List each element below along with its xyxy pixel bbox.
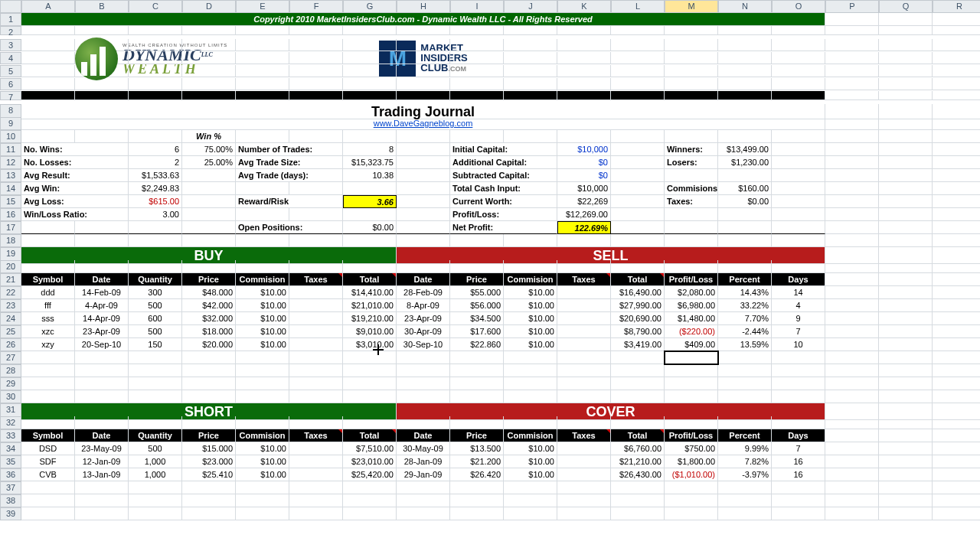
cell[interactable] (236, 130, 289, 143)
column-header[interactable]: I (450, 0, 504, 13)
cell[interactable] (557, 312, 611, 325)
cell[interactable] (933, 78, 980, 90)
cell[interactable]: $26.420 (450, 468, 504, 481)
cell[interactable] (933, 260, 980, 273)
cell[interactable]: 600 (129, 312, 182, 325)
row-header[interactable]: 17 (0, 221, 21, 234)
cell[interactable] (772, 195, 825, 208)
cell[interactable]: $27,990.00 (611, 299, 665, 312)
cell[interactable]: $1,480.00 (665, 312, 718, 325)
cell[interactable]: $1,230.00 (718, 156, 772, 169)
cell[interactable] (289, 299, 343, 312)
cell[interactable]: 23-May-09 (75, 442, 129, 455)
cell[interactable] (665, 91, 718, 100)
cell[interactable] (343, 260, 397, 273)
cell[interactable] (557, 26, 611, 35)
cell[interactable] (718, 208, 772, 221)
row-header[interactable]: 6 (0, 78, 21, 90)
cell[interactable] (611, 195, 665, 208)
cell[interactable] (718, 351, 772, 364)
cell[interactable] (129, 377, 182, 390)
cell[interactable] (879, 442, 933, 455)
cell[interactable] (933, 39, 980, 51)
cell[interactable] (665, 260, 718, 273)
cell[interactable]: Avg Trade (days): (236, 169, 343, 182)
row-header[interactable]: 7 (0, 91, 21, 100)
cell[interactable]: $3,419.00 (611, 338, 665, 351)
cell[interactable]: $0 (557, 156, 611, 169)
cell[interactable] (21, 351, 75, 364)
cell[interactable] (129, 494, 182, 507)
cell[interactable] (933, 169, 980, 182)
cell[interactable] (933, 182, 980, 195)
cell[interactable] (129, 39, 182, 51)
cell[interactable] (611, 78, 665, 90)
cell[interactable]: $10.00 (504, 338, 557, 351)
column-header-cell[interactable]: Days (772, 429, 825, 442)
cell[interactable] (933, 442, 980, 455)
cell[interactable] (557, 39, 611, 51)
cell[interactable]: $23.000 (182, 455, 236, 468)
cell[interactable]: Commisions (665, 182, 718, 195)
cell[interactable]: $21.200 (450, 455, 504, 468)
cell[interactable] (343, 65, 397, 77)
cell[interactable]: 30-Apr-09 (397, 325, 450, 338)
cell[interactable] (236, 481, 289, 494)
cell[interactable]: $18.000 (182, 325, 236, 338)
cell[interactable] (825, 208, 879, 221)
cell[interactable] (933, 299, 980, 312)
cell[interactable] (343, 52, 397, 64)
cell[interactable] (289, 338, 343, 351)
cell[interactable] (557, 494, 611, 507)
cell[interactable] (879, 273, 933, 286)
column-header-cell[interactable]: Price (450, 429, 504, 442)
row-header[interactable]: 38 (0, 494, 21, 507)
cell[interactable]: 14-Feb-09 (75, 286, 129, 299)
cell[interactable] (182, 65, 236, 77)
cell[interactable] (289, 507, 343, 520)
cell[interactable] (879, 325, 933, 338)
row-header[interactable]: 11 (0, 143, 21, 156)
row-header[interactable]: 25 (0, 325, 21, 338)
cell[interactable] (397, 351, 450, 364)
cell[interactable] (825, 364, 879, 377)
cell[interactable]: Win/Loss Ratio: (21, 208, 129, 221)
cell[interactable]: $12,269.00 (557, 208, 611, 221)
cell[interactable]: $7,510.00 (343, 442, 397, 455)
column-header[interactable]: L (611, 0, 665, 13)
cell[interactable] (236, 234, 289, 247)
cell[interactable]: 23-Apr-09 (397, 312, 450, 325)
column-header-cell[interactable]: Commision (236, 429, 289, 442)
row-header[interactable]: 16 (0, 208, 21, 221)
cell[interactable] (236, 91, 289, 100)
cell[interactable] (611, 156, 665, 169)
column-header[interactable]: J (504, 0, 557, 13)
cell[interactable] (236, 182, 289, 195)
cell[interactable]: CVB (21, 468, 75, 481)
cell[interactable]: $20.000 (182, 338, 236, 351)
cell[interactable] (397, 377, 450, 390)
cell[interactable]: 122.69% (557, 221, 611, 234)
cell[interactable] (450, 65, 504, 77)
cell[interactable]: $15.000 (182, 442, 236, 455)
cell[interactable] (879, 312, 933, 325)
cell[interactable] (450, 78, 504, 90)
cell[interactable] (450, 351, 504, 364)
cell[interactable] (933, 65, 980, 77)
cell[interactable] (450, 130, 504, 143)
cell[interactable] (75, 481, 129, 494)
column-header-cell[interactable]: Price (182, 273, 236, 286)
cell[interactable] (450, 481, 504, 494)
cell[interactable] (21, 507, 75, 520)
cell[interactable] (879, 260, 933, 273)
cell[interactable] (21, 65, 75, 77)
cell[interactable] (825, 507, 879, 520)
cell[interactable]: $10.00 (236, 299, 289, 312)
cell[interactable] (397, 234, 450, 247)
cell[interactable] (343, 390, 397, 403)
cell[interactable]: 1,000 (129, 455, 182, 468)
column-header-cell[interactable]: Date (75, 429, 129, 442)
cell[interactable] (933, 364, 980, 377)
cell[interactable] (933, 468, 980, 481)
cell[interactable] (718, 260, 772, 273)
